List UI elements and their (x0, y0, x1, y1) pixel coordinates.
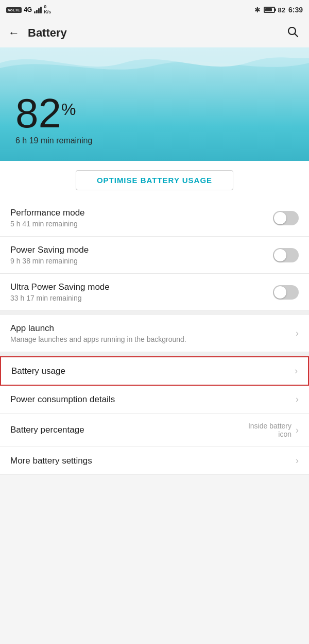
performance-mode-toggle[interactable] (273, 211, 299, 225)
performance-mode-item[interactable]: Performance mode 5 h 41 min remaining (0, 200, 309, 237)
ultra-power-saving-item[interactable]: Ultra Power Saving mode 33 h 17 min rema… (0, 274, 309, 311)
battery-percentage-chevron: › (296, 425, 299, 436)
battery-info: 82% 6 h 19 min remaining (15, 93, 92, 145)
power-consumption-title: Power consumption details (10, 394, 296, 405)
more-battery-settings-item[interactable]: More battery settings › (0, 447, 309, 475)
battery-status-icon (264, 7, 275, 13)
app-launch-title: App launch (10, 323, 296, 334)
status-bar: VoLTE 4G 0 K/s ✱ 82 6:39 (0, 0, 309, 19)
power-saving-mode-title: Power Saving mode (10, 245, 273, 255)
back-button[interactable]: ← (8, 24, 24, 42)
section-divider-2 (0, 352, 309, 356)
ultra-power-saving-title: Ultra Power Saving mode (10, 282, 273, 292)
power-saving-mode-toggle[interactable] (273, 248, 299, 262)
performance-mode-subtitle: 5 h 41 min remaining (10, 220, 273, 228)
battery-usage-item[interactable]: Battery usage › (0, 356, 309, 386)
battery-remaining-text: 6 h 19 min remaining (15, 136, 92, 145)
battery-percent-status: 82 (278, 6, 285, 14)
optimise-battery-button[interactable]: OPTIMISE BATTERY USAGE (76, 170, 233, 190)
top-nav: ← Battery (0, 19, 309, 47)
battery-percentage-item[interactable]: Battery percentage Inside batteryicon › (0, 414, 309, 447)
more-battery-settings-chevron: › (296, 455, 299, 466)
optimise-section: OPTIMISE BATTERY USAGE (0, 161, 309, 200)
battery-percentage-title: Battery percentage (10, 425, 248, 435)
search-button[interactable] (284, 23, 301, 43)
network-type: 4G (24, 6, 32, 13)
settings-list: Performance mode 5 h 41 min remaining Po… (0, 200, 309, 475)
status-left: VoLTE 4G 0 K/s (6, 5, 51, 15)
app-launch-subtitle: Manage launches and apps running in the … (10, 335, 296, 343)
app-launch-item[interactable]: App launch Manage launches and apps runn… (0, 315, 309, 352)
data-speed: 0 K/s (44, 5, 51, 15)
app-launch-chevron: › (296, 328, 299, 339)
power-saving-mode-subtitle: 9 h 38 min remaining (10, 257, 273, 265)
page-title: Battery (28, 26, 284, 40)
ultra-power-saving-toggle[interactable] (273, 285, 299, 300)
power-consumption-item[interactable]: Power consumption details › (0, 386, 309, 414)
svg-line-1 (295, 34, 298, 37)
signal-bars (34, 6, 42, 13)
ultra-power-saving-subtitle: 33 h 17 min remaining (10, 294, 273, 302)
section-divider-1 (0, 311, 309, 315)
volte-badge: VoLTE (6, 7, 22, 13)
time-display: 6:39 (288, 6, 303, 14)
status-right: ✱ 82 6:39 (254, 6, 303, 14)
bluetooth-icon: ✱ (254, 6, 261, 14)
power-consumption-chevron: › (296, 394, 299, 405)
battery-percentage-display: 82% (15, 93, 92, 134)
power-saving-mode-item[interactable]: Power Saving mode 9 h 38 min remaining (0, 237, 309, 274)
more-battery-settings-title: More battery settings (10, 456, 296, 466)
performance-mode-title: Performance mode (10, 208, 273, 218)
battery-visual-section: 82% 6 h 19 min remaining (0, 47, 309, 161)
battery-percentage-value: Inside batteryicon (248, 422, 291, 438)
battery-usage-chevron: › (295, 366, 298, 376)
battery-usage-title: Battery usage (11, 366, 295, 376)
